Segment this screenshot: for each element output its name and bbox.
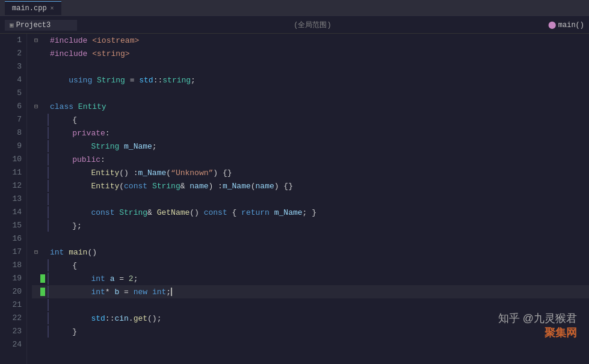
- line-numbers: 123456789101112131415161718192021222324: [0, 34, 27, 364]
- code-line: private:: [32, 126, 589, 140]
- scope-bar: [48, 273, 49, 285]
- code-line: const String& GetName() const { return m…: [32, 206, 589, 219]
- code-content: std::cin.get();: [51, 314, 161, 323]
- code-line: ⊟int main(): [32, 245, 589, 259]
- scope-bar: [48, 114, 49, 126]
- code-content: Entity(const String& name) :m_Name(name)…: [51, 182, 293, 191]
- scope-bar: [48, 325, 49, 338]
- scope-bar: [48, 127, 49, 139]
- code-content: using String = std::string;: [48, 76, 196, 85]
- scope-bar: [48, 206, 49, 218]
- editor-tab[interactable]: main.cpp ×: [5, 1, 61, 15]
- code-line: }: [32, 325, 589, 338]
- code-line: public:: [32, 153, 589, 166]
- scope-label: (全局范围): [294, 21, 331, 29]
- scope-bar: [48, 299, 49, 311]
- code-content: private:: [51, 129, 110, 138]
- tab-close-button[interactable]: ×: [51, 5, 54, 12]
- code-line: int a = 2;: [32, 272, 589, 285]
- code-line: ⊟#include <iostream>: [32, 34, 589, 47]
- code-content: int* b = new int;: [51, 288, 172, 297]
- code-content: public:: [51, 155, 105, 164]
- code-line: {: [32, 113, 589, 126]
- code-line: std::cin.get();: [32, 312, 589, 325]
- editor: 123456789101112131415161718192021222324 …: [0, 34, 589, 364]
- code-content: int main(): [48, 248, 97, 257]
- debug-indicator: [40, 274, 45, 283]
- code-line: int* b = new int;: [32, 285, 589, 298]
- breadcrumb-bar: ▣ Project3 (全局范围) ⬤ main(): [0, 17, 589, 34]
- code-line: [32, 232, 589, 245]
- code-line: [32, 87, 589, 100]
- code-content: {: [51, 261, 77, 270]
- project-name: Project3: [16, 21, 51, 29]
- scope-bar: [48, 312, 49, 324]
- breadcrumb-project[interactable]: ▣ Project3: [5, 20, 77, 31]
- function-icon: ⬤: [548, 20, 556, 29]
- code-area[interactable]: ⊟#include <iostream>#include <string> us…: [27, 34, 589, 364]
- breadcrumb-func[interactable]: ⬤ main(): [548, 20, 584, 29]
- code-content: }: [51, 327, 77, 336]
- code-content: String m_Name;: [51, 142, 157, 151]
- scope-bar: [48, 180, 49, 192]
- debug-indicator: [40, 288, 45, 296]
- code-line: ⊟class Entity: [32, 100, 589, 113]
- scope-bar: [48, 286, 49, 298]
- scope-bar: [48, 167, 49, 179]
- scope-bar: [48, 193, 49, 205]
- scope-bar: [48, 220, 49, 232]
- code-line: };: [32, 219, 589, 232]
- scope-bar: [48, 140, 49, 152]
- scope-bar: [48, 153, 49, 165]
- text-cursor: [171, 288, 172, 296]
- code-line: Entity() :m_Name(“Unknown”) {}: [32, 166, 589, 179]
- code-line: [32, 298, 589, 312]
- title-bar: main.cpp ×: [0, 0, 589, 17]
- code-content: const String& GetName() const { return m…: [51, 208, 316, 217]
- tab-label: main.cpp: [12, 4, 47, 13]
- code-content: int a = 2;: [51, 274, 138, 283]
- code-line: String m_Name;: [32, 140, 589, 153]
- code-content: };: [51, 221, 82, 230]
- code-line: #include <string>: [32, 47, 589, 60]
- fold-indicator[interactable]: ⊟: [32, 103, 40, 110]
- code-line: Entity(const String& name) :m_Name(name)…: [32, 179, 589, 193]
- fold-indicator[interactable]: ⊟: [32, 37, 40, 44]
- code-line: using String = std::string;: [32, 73, 589, 87]
- code-line: [32, 60, 589, 73]
- code-line: [32, 338, 589, 351]
- code-content: class Entity: [48, 102, 106, 111]
- code-content: Entity() :m_Name(“Unknown”) {}: [51, 168, 232, 177]
- code-content: {: [51, 116, 77, 125]
- scope-bar: [48, 259, 49, 271]
- code-line: {: [32, 259, 589, 272]
- code-content: #include <string>: [48, 49, 130, 58]
- breadcrumb-scope: (全局范围): [79, 20, 546, 30]
- code-content: #include <iostream>: [48, 36, 139, 45]
- project-icon: ▣: [10, 21, 14, 29]
- func-label: main(): [558, 21, 584, 29]
- fold-indicator[interactable]: ⊟: [32, 248, 40, 256]
- code-line: [32, 193, 589, 206]
